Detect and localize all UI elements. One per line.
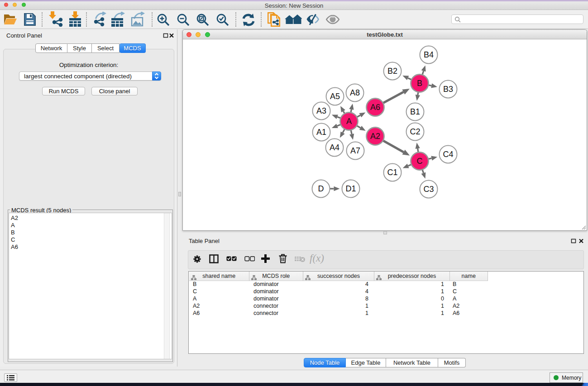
svg-text:C3: C3	[423, 185, 434, 194]
svg-text:C: C	[417, 157, 423, 166]
svg-text:A8: A8	[350, 88, 360, 97]
svg-text:D: D	[318, 184, 324, 193]
svg-text:B3: B3	[443, 85, 453, 94]
svg-text:C4: C4	[443, 150, 453, 159]
svg-text:B2: B2	[387, 67, 397, 76]
svg-text:B: B	[417, 79, 422, 88]
svg-text:A7: A7	[350, 146, 360, 155]
svg-text:A3: A3	[316, 106, 326, 115]
svg-text:A2: A2	[370, 132, 380, 141]
svg-text:A4: A4	[330, 143, 339, 152]
svg-text:B1: B1	[410, 107, 420, 116]
svg-text:A5: A5	[330, 92, 340, 101]
svg-text:A: A	[346, 117, 352, 126]
svg-text:D1: D1	[345, 184, 356, 193]
svg-text:C1: C1	[387, 168, 397, 177]
svg-text:B4: B4	[424, 50, 434, 59]
svg-text:C2: C2	[410, 127, 420, 136]
svg-text:A6: A6	[370, 103, 380, 112]
svg-text:A1: A1	[316, 128, 326, 137]
